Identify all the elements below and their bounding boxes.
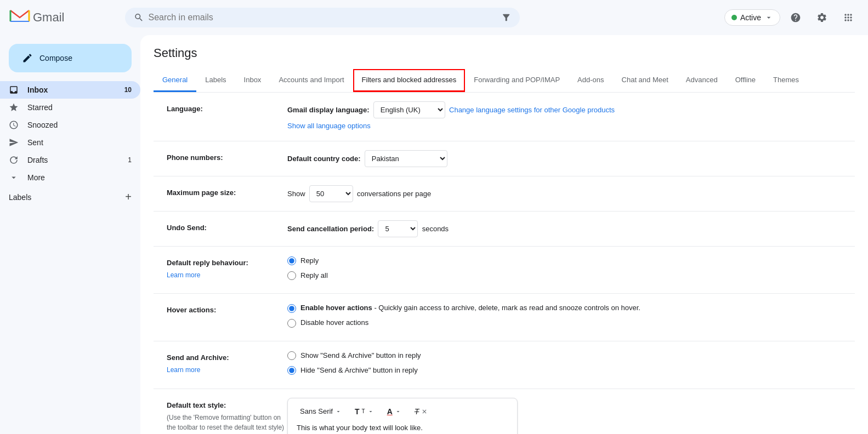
starred-label: Starred (27, 103, 132, 112)
show-label: Show (287, 190, 305, 198)
undo-send-select[interactable]: 5102030 (378, 220, 418, 237)
tab-chat[interactable]: Chat and Meet (613, 69, 677, 92)
phone-label: Phone numbers: (167, 150, 287, 163)
color-dropdown-icon (395, 408, 401, 415)
drafts-count: 1 (128, 156, 132, 164)
reply-option-label: Reply (300, 255, 319, 267)
language-select[interactable]: English (UK) English (US) Español França… (373, 101, 445, 118)
tab-themes[interactable]: Themes (764, 69, 808, 92)
sidebar-item-inbox[interactable]: Inbox 10 (0, 81, 140, 99)
reply-all-radio[interactable] (287, 271, 296, 280)
hide-send-archive-option[interactable]: Hide "Send & Archive" button in reply (287, 365, 842, 376)
sidebar-item-sent[interactable]: Sent (0, 134, 140, 151)
inbox-count: 10 (124, 86, 132, 94)
sidebar-item-drafts[interactable]: Drafts 1 (0, 151, 140, 169)
show-send-archive-label: Show "Send & Archive" button in reply (300, 350, 421, 362)
active-status[interactable]: Active (724, 9, 780, 26)
font-size-label: T (355, 407, 360, 416)
hover-content: Enable hover actions - Quickly gain acce… (287, 302, 842, 332)
sidebar-item-snoozed[interactable]: Snoozed (0, 116, 140, 134)
chevron-down-icon (764, 13, 773, 22)
disable-hover-option[interactable]: Disable hover actions (287, 317, 842, 329)
send-archive-row: Send and Archive: Learn more Show "Send … (154, 341, 855, 389)
settings-button[interactable] (811, 7, 833, 28)
labels-add-button[interactable]: + (125, 191, 132, 203)
filter-icon[interactable] (501, 12, 511, 23)
show-all-language-link[interactable]: Show all language options (287, 121, 842, 132)
undo-send-content: Send cancellation period: 5102030 second… (287, 220, 842, 237)
compose-icon (22, 53, 33, 64)
text-style-preview: This is what your body text will look li… (297, 422, 508, 434)
font-color-button[interactable]: A (384, 405, 405, 418)
tab-addons[interactable]: Add-ons (569, 69, 612, 92)
settings-body: Language: Gmail display language: Englis… (154, 93, 855, 434)
tab-offline[interactable]: Offline (727, 69, 764, 92)
sidebar-item-more[interactable]: More (0, 169, 140, 186)
font-dropdown-icon (335, 408, 342, 415)
change-language-link[interactable]: Change language settings for other Googl… (449, 106, 615, 114)
hover-label: Hover actions: (167, 302, 287, 316)
search-input[interactable] (148, 13, 496, 22)
send-archive-content: Show "Send & Archive" button in reply Hi… (287, 350, 842, 380)
reply-option[interactable]: Reply (287, 255, 842, 267)
language-content: Gmail display language: English (UK) Eng… (287, 101, 842, 132)
help-button[interactable] (785, 7, 807, 28)
apps-button[interactable] (837, 7, 859, 28)
drafts-label: Drafts (27, 156, 119, 164)
send-archive-learn-more[interactable]: Learn more (167, 365, 287, 375)
labels-title: Labels (9, 193, 31, 202)
search-icon (134, 12, 144, 23)
enable-hover-radio[interactable] (287, 304, 296, 313)
cancel-period-label: Send cancellation period: (287, 225, 374, 233)
sent-label: Sent (27, 138, 132, 147)
search-bar[interactable] (125, 8, 520, 27)
reply-all-option[interactable]: Reply all (287, 270, 842, 282)
page-size-unit: conversations per page (357, 190, 431, 198)
page-size-content: Show 10152025 50100 conversations per pa… (287, 185, 842, 202)
undo-send-label: Undo Send: (167, 220, 287, 233)
more-label: More (27, 173, 132, 182)
tab-accounts[interactable]: Accounts and Import (270, 69, 353, 92)
reply-learn-more[interactable]: Learn more (167, 270, 287, 280)
font-size-button[interactable]: TT (351, 405, 377, 418)
text-style-box: Sans Serif TT A (287, 398, 518, 434)
tab-forwarding[interactable]: Forwarding and POP/IMAP (465, 69, 569, 92)
tab-general[interactable]: General (154, 69, 196, 92)
reply-row: Default reply behaviour: Learn more Repl… (154, 247, 855, 294)
show-send-archive-option[interactable]: Show "Send & Archive" button in reply (287, 350, 842, 362)
enable-hover-option[interactable]: Enable hover actions - Quickly gain acce… (287, 302, 842, 314)
phone-field-label: Default country code: (287, 155, 361, 163)
language-field-label: Gmail display language: (287, 106, 370, 114)
text-style-toolbar: Sans Serif TT A (297, 405, 508, 418)
disable-hover-label: Disable hover actions (300, 317, 368, 329)
sidebar-item-starred[interactable]: Starred (0, 99, 140, 116)
settings-container: Settings General Labels Inbox Accounts a… (140, 35, 868, 434)
disable-hover-radio[interactable] (287, 319, 296, 328)
language-row: Language: Gmail display language: Englis… (154, 93, 855, 141)
remove-formatting-icon: T (415, 407, 419, 416)
font-color-icon: A (387, 407, 393, 416)
hide-send-archive-radio[interactable] (287, 366, 296, 375)
show-send-archive-radio[interactable] (287, 351, 296, 360)
labels-header: Labels + (0, 186, 140, 208)
size-dropdown-icon (367, 408, 374, 415)
compose-label: Compose (39, 54, 72, 62)
remove-formatting-button[interactable]: T (411, 405, 432, 418)
tab-advanced[interactable]: Advanced (677, 69, 727, 92)
font-family-button[interactable]: Sans Serif (297, 405, 345, 418)
page-size-label: Maximum page size: (167, 185, 287, 198)
format-x-icon (421, 408, 428, 415)
seconds-label: seconds (422, 225, 449, 233)
tab-filters[interactable]: Filters and blocked addresses (353, 69, 466, 92)
tab-labels[interactable]: Labels (196, 69, 235, 92)
active-dot (731, 15, 737, 20)
page-size-select[interactable]: 10152025 50100 (309, 185, 353, 202)
reply-label: Default reply behaviour: Learn more (167, 255, 287, 281)
compose-button[interactable]: Compose (9, 44, 132, 72)
phone-content: Default country code: Pakistan United Ki… (287, 150, 842, 167)
hover-row: Hover actions: Enable hover actions - Qu… (154, 294, 855, 341)
tab-inbox[interactable]: Inbox (235, 69, 270, 92)
country-code-select[interactable]: Pakistan United Kingdom United States (365, 150, 447, 167)
reply-radio[interactable] (287, 256, 296, 265)
font-family-label: Sans Serif (300, 407, 333, 415)
